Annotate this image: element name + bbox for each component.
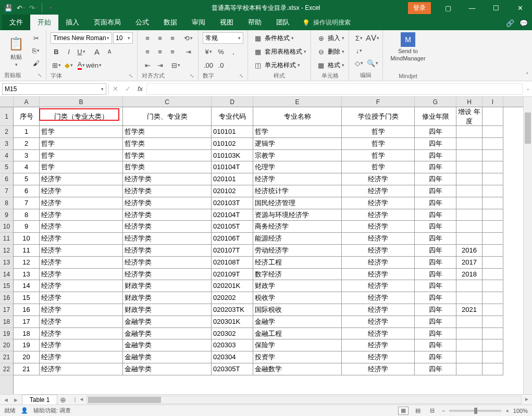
header-cell[interactable]: 增设 年度 [456,107,482,126]
cell[interactable]: 金融数学 [253,363,342,375]
view-normal-icon[interactable]: ▦ [398,407,409,415]
cell[interactable]: 010103K [212,150,253,162]
cell[interactable]: 5 [14,173,40,185]
tab-help[interactable]: 帮助 [241,15,269,30]
tab-file[interactable]: 文件 [2,15,30,30]
cell-style-button[interactable]: ◫单元格样式▾ [252,59,306,71]
align-center-icon[interactable]: ≡ [154,46,166,57]
paste-button[interactable]: 📋 粘贴 ▾ [4,32,28,70]
cell[interactable] [482,351,503,363]
cell[interactable]: 经济学类 [123,257,212,269]
cell[interactable]: 经济学 [342,185,415,197]
cell[interactable]: 经济学 [342,209,415,221]
cell[interactable]: 14 [14,280,40,292]
cell[interactable]: 020102 [212,185,253,197]
zoom-handle[interactable] [474,408,477,414]
cell[interactable]: 经济学 [40,304,123,316]
cell[interactable]: 经济学 [40,292,123,304]
cell[interactable] [482,363,503,375]
horizontal-scrollbar[interactable]: ◄ ► [86,396,522,404]
cell[interactable] [456,138,482,150]
fx-icon[interactable]: fx [134,83,146,95]
cell[interactable]: 经济学 [342,304,415,316]
grow-font-icon[interactable]: A [91,46,103,57]
row-header[interactable]: 5 [0,161,13,173]
cell[interactable]: 哲学 [342,150,415,162]
cell[interactable]: 四年 [415,257,456,269]
row-header[interactable]: 12 [0,245,13,257]
cell[interactable]: 四年 [415,150,456,162]
cell[interactable]: 2 [14,138,40,150]
header-cell[interactable]: 专业代码 [212,107,253,126]
cell[interactable]: 四年 [415,363,456,375]
cell[interactable]: 18 [14,328,40,340]
cell[interactable]: 经济学 [342,328,415,340]
cell[interactable]: 13 [14,269,40,281]
cell[interactable]: 020305T [212,363,253,375]
sheet-tab[interactable]: Table 1 [22,395,58,406]
cell[interactable]: 四年 [415,245,456,257]
cell[interactable]: 四年 [415,233,456,245]
cell[interactable]: 19 [14,339,40,351]
save-icon[interactable]: 💾 [4,4,13,12]
insert-button[interactable]: ⊕插入▾ [315,32,344,44]
cell[interactable]: 经济学 [253,173,342,185]
tab-formula[interactable]: 公式 [128,15,156,30]
cell[interactable]: 10 [14,233,40,245]
align-right-icon[interactable]: ≡ [167,46,178,57]
cell[interactable] [482,245,503,257]
cell[interactable]: 劳动经济学 [253,245,342,257]
number-launcher-icon[interactable]: ⤡ [239,73,243,79]
cell[interactable]: 020108T [212,257,253,269]
format-button[interactable]: ▦格式▾ [315,59,344,71]
format-painter-icon[interactable]: 🖌 [30,57,42,69]
cell[interactable] [482,316,503,328]
select-all-corner[interactable] [0,97,14,107]
cell[interactable]: 经济学类 [123,197,212,209]
cell[interactable]: 经济学 [342,221,415,233]
cell[interactable] [456,351,482,363]
cell[interactable]: 020303 [212,339,253,351]
cell[interactable] [456,150,482,162]
col-header[interactable]: F [342,97,415,107]
col-header[interactable]: B [40,97,123,107]
tell-me[interactable]: 💡操作说明搜索 [297,15,356,30]
zoom-in-icon[interactable]: + [505,408,509,414]
cell[interactable]: 财政学 [253,280,342,292]
cell[interactable]: 经济学 [342,316,415,328]
cell[interactable]: 8 [14,209,40,221]
cell[interactable]: 020203TK [212,304,253,316]
cell[interactable] [482,292,503,304]
cell[interactable]: 保险学 [253,339,342,351]
align-middle-icon[interactable]: ≡ [154,32,166,44]
cell[interactable]: 金融学类 [123,328,212,340]
cell[interactable]: 经济学 [40,173,123,185]
cell[interactable] [482,209,503,221]
cell[interactable]: 经济学 [40,185,123,197]
cell[interactable] [482,173,503,185]
share-icon[interactable]: 🔗 [505,18,515,28]
autosum-icon[interactable]: Σ▾ [353,32,365,44]
cell[interactable]: 四年 [415,269,456,281]
tab-review[interactable]: 审阅 [184,15,213,30]
minimize-icon[interactable]: ― [460,0,484,16]
cell[interactable]: 20 [14,351,40,363]
cell[interactable]: 金融学类 [123,339,212,351]
cell[interactable]: 金融学类 [123,351,212,363]
cell[interactable]: 12 [14,257,40,269]
cell[interactable]: 经济学 [342,280,415,292]
cell[interactable]: 020104T [212,209,253,221]
cell[interactable] [456,161,482,173]
cell[interactable]: 2017 [456,257,482,269]
header-cell[interactable]: 修业年限 [415,107,456,126]
cell[interactable]: 17 [14,316,40,328]
cell[interactable] [456,185,482,197]
col-header[interactable]: E [253,97,342,107]
cell[interactable]: 金融学 [253,316,342,328]
sheet-nav-next-icon[interactable]: ► [13,397,19,403]
cell[interactable]: 经济学 [40,316,123,328]
row-header[interactable]: 11 [0,233,13,245]
cell[interactable] [456,328,482,340]
cell[interactable] [482,339,503,351]
row-header[interactable]: 19 [0,328,13,340]
